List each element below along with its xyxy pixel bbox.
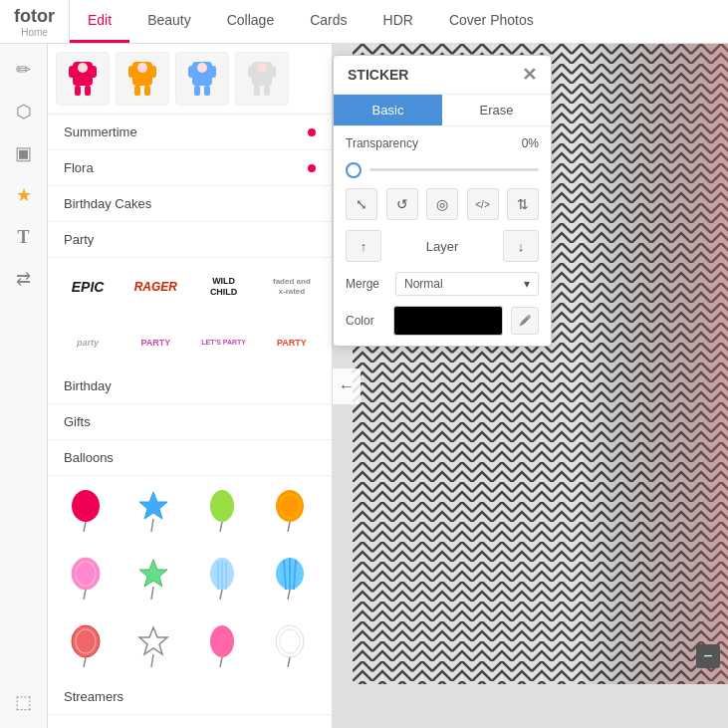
- code-tool-btn[interactable]: </>: [467, 188, 499, 220]
- tab-beauty[interactable]: Beauty: [129, 0, 209, 43]
- sticker-thumb-3[interactable]: [175, 52, 229, 106]
- text-sticker-grid: EPIC RAGER WILDCHILD faded andx-rated: [48, 258, 332, 316]
- color-swatch[interactable]: [393, 306, 503, 336]
- layer-down-btn[interactable]: ↓: [503, 230, 539, 262]
- sticker-panel: Summertime Flora Birthday Cakes Party EP…: [48, 44, 333, 728]
- balloon-row-2: [48, 544, 332, 611]
- category-birthday-cakes[interactable]: Birthday Cakes: [48, 186, 332, 222]
- party-text-1[interactable]: party: [56, 320, 120, 364]
- party-text-2[interactable]: PARTY: [123, 320, 187, 364]
- eyedropper-button[interactable]: [511, 307, 539, 335]
- merge-select[interactable]: Normal ▾: [395, 272, 539, 296]
- category-party[interactable]: Party: [48, 222, 332, 258]
- rotate-tool-btn[interactable]: ↺: [386, 188, 418, 220]
- balloon-11[interactable]: [192, 615, 252, 675]
- export-icon[interactable]: ⬚: [6, 684, 42, 720]
- balloon-category-list: Birthday Gifts Balloons: [48, 368, 332, 476]
- share-icon[interactable]: ⇄: [6, 261, 42, 297]
- layer-label: Layer: [387, 239, 497, 254]
- transparency-slider[interactable]: [346, 160, 539, 178]
- text-sticker-rager[interactable]: RAGER: [123, 262, 187, 312]
- category-gifts[interactable]: Gifts: [48, 404, 332, 440]
- svg-rect-14: [188, 66, 196, 78]
- nav-tabs: Edit Beauty Collage Cards HDR Cover Phot…: [70, 0, 552, 43]
- balloon-2[interactable]: [123, 480, 183, 540]
- frame-icon[interactable]: ▣: [6, 135, 42, 171]
- party-text-3[interactable]: PARTY: [260, 320, 324, 364]
- slider-thumb[interactable]: [346, 162, 362, 178]
- svg-rect-15: [208, 66, 216, 78]
- category-streamers[interactable]: Streamers: [48, 679, 332, 715]
- zoom-minus-button[interactable]: −: [696, 644, 720, 668]
- svg-rect-5: [85, 86, 91, 96]
- sticker-thumb-1[interactable]: [56, 52, 110, 106]
- svg-rect-21: [268, 66, 276, 78]
- tab-cards[interactable]: Cards: [292, 0, 364, 43]
- sticker-popup: STICKER ✕ Basic Erase Transparency 0% ⤡ …: [333, 55, 552, 347]
- tab-collage[interactable]: Collage: [209, 0, 292, 43]
- tab-basic[interactable]: Basic: [334, 95, 442, 125]
- text-sticker-epic[interactable]: EPIC: [56, 262, 120, 312]
- party-text-row: party PARTY LET'S PARTY PARTY: [48, 316, 332, 368]
- balloon-5[interactable]: [56, 548, 116, 607]
- svg-point-1: [78, 63, 88, 73]
- popup-tabs: Basic Erase: [334, 95, 551, 126]
- balloon-4[interactable]: [260, 480, 320, 540]
- category-birthday[interactable]: Birthday: [48, 368, 332, 404]
- svg-point-13: [197, 63, 207, 73]
- shape-icon[interactable]: ⬡: [6, 94, 42, 129]
- balloon-1[interactable]: [56, 480, 116, 540]
- layer-row: ↑ Layer ↓: [346, 230, 539, 262]
- chevron-down-icon: ▾: [524, 277, 530, 291]
- sticker-popup-title: STICKER: [348, 67, 408, 83]
- color-label: Color: [346, 314, 385, 328]
- tab-cover-photos[interactable]: Cover Photos: [431, 0, 552, 43]
- text-icon[interactable]: T: [6, 219, 42, 255]
- layer-up-btn[interactable]: ↑: [346, 230, 381, 262]
- flip-tool-btn[interactable]: ⇅: [507, 188, 539, 220]
- svg-rect-10: [134, 86, 140, 96]
- svg-rect-8: [128, 66, 136, 78]
- balloon-8[interactable]: [260, 548, 320, 607]
- svg-rect-9: [148, 66, 156, 78]
- category-balloons[interactable]: Balloons: [48, 440, 332, 476]
- svg-marker-25: [139, 492, 167, 519]
- pencil-icon[interactable]: ✏: [6, 52, 42, 88]
- balloon-10[interactable]: [123, 615, 183, 675]
- balloon-6[interactable]: [123, 548, 183, 607]
- category-summertime[interactable]: Summertime: [48, 115, 332, 150]
- circle-tool-btn[interactable]: ◎: [426, 188, 458, 220]
- slider-track[interactable]: [369, 168, 539, 171]
- resize-tool-btn[interactable]: ⤡: [346, 188, 377, 220]
- star-icon[interactable]: ★: [6, 177, 42, 213]
- popup-tools: ⤡ ↺ ◎ </> ⇅: [346, 188, 539, 220]
- svg-rect-4: [75, 86, 81, 96]
- red-dot: [308, 128, 316, 136]
- text-sticker-faded[interactable]: faded andx-rated: [260, 262, 324, 312]
- svg-rect-3: [89, 66, 97, 78]
- balloon-7[interactable]: [192, 548, 252, 607]
- svg-marker-42: [139, 627, 167, 654]
- balloon-12[interactable]: [260, 615, 320, 675]
- balloon-9[interactable]: [56, 615, 116, 675]
- tab-edit[interactable]: Edit: [70, 0, 129, 43]
- sticker-popup-header: STICKER ✕: [334, 56, 551, 95]
- svg-point-26: [210, 490, 234, 522]
- canvas-back-arrow[interactable]: ←: [333, 368, 361, 404]
- color-row: Color: [346, 306, 539, 336]
- category-flora[interactable]: Flora: [48, 150, 332, 186]
- svg-point-19: [257, 63, 267, 73]
- merge-label: Merge: [346, 277, 395, 291]
- tab-erase[interactable]: Erase: [442, 95, 551, 125]
- tab-hdr[interactable]: HDR: [365, 0, 431, 43]
- logo-text: fotor: [14, 6, 55, 27]
- category-list: Summertime Flora Birthday Cakes Party: [48, 115, 332, 258]
- sticker-thumb-4[interactable]: [235, 52, 289, 106]
- text-sticker-wild-child[interactable]: WILDCHILD: [192, 262, 256, 312]
- balloon-3[interactable]: [192, 480, 252, 540]
- party-text-lets[interactable]: LET'S PARTY: [192, 320, 256, 364]
- close-button[interactable]: ✕: [522, 66, 537, 84]
- sticker-thumb-2[interactable]: [116, 52, 169, 106]
- logo-area[interactable]: fotor Home: [0, 0, 70, 43]
- sidebar-icons: ✏ ⬡ ▣ ★ T ⇄ ⬚: [0, 44, 48, 728]
